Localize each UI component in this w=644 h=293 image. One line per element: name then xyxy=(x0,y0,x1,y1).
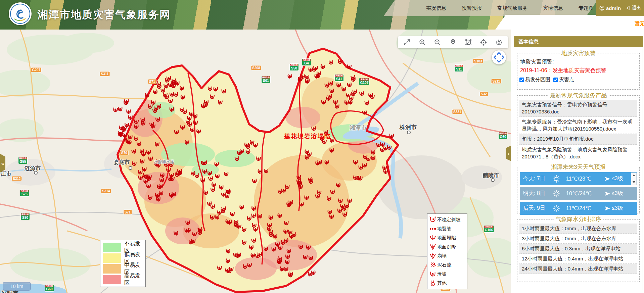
user-box: admin 退出 xyxy=(596,0,644,16)
product-item[interactable]: 旬报：2019年10月中旬旬报.doc xyxy=(519,134,637,145)
draw-polygon-icon[interactable] xyxy=(463,37,474,48)
risk-swatch xyxy=(103,253,121,263)
hazard-marker[interactable] xyxy=(118,107,122,111)
road-shield-label: S80 xyxy=(21,215,30,220)
wind-icon xyxy=(604,190,611,197)
nav-item-regular-service[interactable]: 常规气象服务 xyxy=(497,5,527,11)
scroll-down-icon[interactable] xyxy=(633,181,635,183)
latest-products-legend: 最新常规气象服务产品 xyxy=(548,92,609,99)
road-shield-label: S41 xyxy=(335,77,343,81)
logout-icon[interactable] xyxy=(625,5,630,11)
layer-toggles: 易发分区图 灾害点 xyxy=(519,77,637,83)
product-item[interactable]: 气象专题服务：受冷空气南下影响，我市有一次明显降温... 风力加大过程(2019… xyxy=(519,117,637,134)
ground-collapse-icon xyxy=(429,234,436,242)
place-label-水府庙水库: 水府庙水库 xyxy=(154,159,174,165)
nav-item-warning-forecast[interactable]: 预警预报 xyxy=(462,5,482,11)
expressway-banner: 高速公路 xyxy=(19,157,27,159)
hazard-marker[interactable] xyxy=(288,74,292,78)
road-shield-label: S11 xyxy=(455,67,463,71)
geo-warning-section: 地质灾害预警 地质灾害预警: 2019-11-06：发生地质灾害黄色预警 易发分… xyxy=(517,49,640,90)
wind-icon xyxy=(604,175,611,183)
unstable-slope-icon xyxy=(429,216,436,224)
hazard-marker[interactable] xyxy=(127,110,130,114)
settings-icon[interactable] xyxy=(494,37,504,48)
place-label-涟源市: 涟源市 xyxy=(25,165,41,172)
hazard-marker[interactable] xyxy=(390,134,394,138)
risk-legend-row: 高易发区 xyxy=(103,274,143,285)
road-shield-label: S311 xyxy=(100,72,110,76)
place-dot xyxy=(491,178,495,182)
forecast-row-tomorrow: 明天: 8日 10℃/24℃ ≤3级 xyxy=(520,187,637,200)
site-logo xyxy=(9,2,32,25)
forecast-day: 后天: 9日 xyxy=(523,205,552,212)
forecast-legend: 湘潭未来3天天气预报 xyxy=(549,163,607,171)
road-shield-label: S71 xyxy=(124,210,132,214)
forecast-temp: 10℃/24℃ xyxy=(566,190,604,197)
forecast-scrollbar[interactable] xyxy=(631,173,637,185)
place-dot xyxy=(34,171,38,175)
expressway-banner: 高速公路 xyxy=(45,285,53,287)
hazard-points-layer-checkbox[interactable] xyxy=(553,78,558,82)
road-shield-G207: G207 xyxy=(31,68,41,72)
hazard-marker[interactable] xyxy=(129,116,132,119)
pan-control[interactable] xyxy=(492,50,506,64)
sidebar: 基本信息 地质灾害预警 地质灾害预警: 2019-11-06：发生地质灾害黄色预… xyxy=(511,30,644,293)
place-label-株洲市: 株洲市 xyxy=(400,124,417,131)
add-marker-icon[interactable] xyxy=(448,37,458,48)
fullscreen-icon[interactable] xyxy=(402,37,412,48)
forecast-rows: 今天: 7日 11℃/23℃ ≤3级 明天: 8日 10℃/24℃ ≤3级 xyxy=(519,172,637,215)
geo-warning-message: 2019-11-06：发生地质灾害黄色预警 xyxy=(520,67,637,74)
road-shield-S50: 高速公路S50 xyxy=(290,64,298,70)
hazard-label: 地面沉降 xyxy=(437,244,456,250)
precip-item: 24小时雨量最大值：0.4mm，出现在洋潭电站 xyxy=(519,264,637,274)
road-shield-S211: S211 xyxy=(492,79,501,84)
map-toolbar xyxy=(398,36,508,48)
expressway-banner: 高速公路 xyxy=(499,132,507,134)
forecast-temp: 11℃/23℃ xyxy=(566,176,604,182)
hazard-marker[interactable] xyxy=(113,108,118,112)
road-shield-G55: 高速公路G55 xyxy=(18,157,27,164)
road-shield-S70: S70 xyxy=(120,151,128,155)
road-shield-S314: S314 xyxy=(101,189,111,193)
place-dot xyxy=(129,166,132,170)
road-shield-label: S103 xyxy=(473,59,483,63)
sunny-icon xyxy=(552,204,561,213)
road-shield-label: S70 xyxy=(120,151,128,155)
precip-item: 3小时雨量最大值：0mm，出现在合东水库 xyxy=(519,234,637,244)
precip-ranking-legend: 气象降水分时排序 xyxy=(554,215,603,223)
road-shield-G4: 高速公路G4 xyxy=(302,59,311,65)
road-shield-label: G107 xyxy=(359,81,369,85)
expressway-banner: 高速公路 xyxy=(21,213,29,215)
hazard-label: 地裂缝 xyxy=(437,226,451,232)
road-shield-label: S208 xyxy=(251,66,261,70)
precip-item: 6小时雨量最大值：0.3mm，出现在洋潭电站 xyxy=(519,244,637,254)
geo-warning-legend: 地质灾害预警 xyxy=(560,49,597,57)
forecast-row-day-after: 后天: 9日 11℃/24℃ ≤3级 xyxy=(520,202,637,215)
scroll-up-icon[interactable] xyxy=(633,174,635,176)
map-canvas[interactable]: G207S311S71S208高速公路S50高速公路S01高速公路S41高速公路… xyxy=(0,30,511,293)
nav-item-thematic-map[interactable]: 专题图 xyxy=(579,5,594,11)
locate-icon[interactable] xyxy=(478,37,489,48)
hazard-legend-row: 泥石流 xyxy=(429,260,466,270)
product-item[interactable]: 气象灾害预警信号：雷电黄色预警信号2019070336.doc xyxy=(519,100,637,117)
nav-item-realtime[interactable]: 实况信息 xyxy=(426,5,446,11)
zoom-in-icon[interactable] xyxy=(417,37,428,48)
risk-zone-layer-checkbox[interactable] xyxy=(519,78,524,82)
road-shield-label: G60 xyxy=(499,135,507,139)
nav-item-disaster-info[interactable]: 灾情信息 xyxy=(543,5,563,11)
collapse-right-handle[interactable]: › xyxy=(506,146,511,161)
road-shield-S103: S103 xyxy=(473,59,483,63)
road-shield-label: G207 xyxy=(31,68,41,72)
road-shield-S312: S312 xyxy=(12,177,21,181)
expressway-banner: 高速公路 xyxy=(335,75,343,77)
logout-button[interactable]: 退出 xyxy=(632,5,641,11)
road-shield-label: S01 xyxy=(262,79,270,83)
product-item[interactable]: 地质灾害气象风险预警：地质灾害气象风险预警2019071...8（黄色）.doc… xyxy=(519,145,637,161)
zoom-out-icon[interactable] xyxy=(432,37,443,48)
landslide-icon xyxy=(429,271,436,278)
header: 湘潭市地质灾害气象服务网 实况信息 预警预报 常规气象服务 灾情信息 专题图 a… xyxy=(0,0,644,30)
sunny-icon xyxy=(552,189,561,198)
collapse-left-handle[interactable]: « xyxy=(0,154,5,173)
hazard-label: 崩塌 xyxy=(437,253,447,259)
username[interactable]: admin xyxy=(606,5,621,11)
